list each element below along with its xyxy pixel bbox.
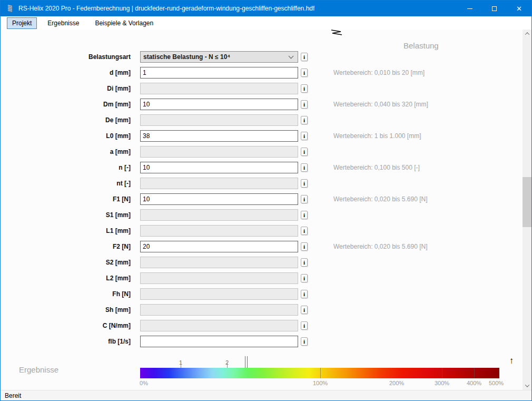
input-n[interactable]	[140, 162, 298, 173]
tab-ergebnisse[interactable]: Ergebnisse	[42, 17, 84, 29]
gauge-label-200: 200%	[389, 380, 404, 386]
info-icon[interactable]: i	[301, 211, 308, 219]
input-l1	[140, 225, 298, 237]
minimize-icon	[467, 8, 472, 9]
hint-dm: Wertebereich: 0,040 bis 320 [mm]	[333, 99, 428, 110]
info-glyph: i	[303, 101, 305, 107]
tab-projekt[interactable]: Projekt	[7, 17, 37, 29]
info-icon[interactable]: i	[301, 116, 308, 124]
hint-d: Wertebereich: 0,010 bis 20 [mm]	[333, 67, 425, 79]
maximize-button[interactable]	[482, 1, 507, 16]
info-glyph: i	[303, 117, 305, 123]
input-de	[140, 114, 298, 126]
spring-diagram-partial-icon	[331, 30, 342, 35]
input-sh	[140, 304, 298, 316]
info-glyph: i	[303, 259, 305, 266]
info-icon[interactable]: i	[301, 274, 308, 282]
info-icon[interactable]: i	[301, 290, 308, 298]
input-dm[interactable]	[140, 99, 298, 110]
field-label-dm: Dm [mm]	[1, 99, 131, 110]
input-c	[140, 320, 298, 331]
info-icon[interactable]: i	[301, 163, 308, 172]
gauge-label-400: 400%	[467, 380, 481, 386]
stress-utilization-gauge	[140, 368, 499, 378]
info-glyph: i	[303, 164, 305, 171]
scrollbar-down-button[interactable]	[523, 382, 531, 389]
input-s2	[140, 257, 298, 268]
info-icon[interactable]: i	[301, 195, 308, 203]
field-label-sh: Sh [mm]	[1, 304, 131, 316]
info-icon[interactable]: i	[301, 53, 308, 61]
info-glyph: i	[303, 291, 305, 297]
tab-beispiele-vorlagen[interactable]: Beispiele & Vorlagen	[90, 17, 159, 29]
field-label-l0: L0 [mm]	[1, 130, 131, 142]
scrollbar-up-button[interactable]	[523, 30, 531, 37]
status-text: Bereit	[5, 392, 21, 399]
info-icon[interactable]: i	[301, 179, 308, 188]
input-l0[interactable]	[140, 130, 298, 142]
info-icon[interactable]: i	[301, 132, 308, 140]
window-title: RS-Helix 2020 Pro - Federnberechnung | d…	[18, 5, 314, 12]
info-icon[interactable]: i	[301, 258, 308, 267]
scroll-to-top-button[interactable]: ↑	[505, 355, 518, 367]
input-nt	[140, 178, 298, 189]
field-label-flb: flb [1/s]	[1, 336, 131, 347]
gauge-tick-200	[397, 368, 397, 378]
scrollbar-thumb[interactable]	[523, 177, 531, 227]
belastungsart-label: Belastungsart	[1, 51, 131, 63]
title-bar: RS-Helix 2020 Pro - Federnberechnung | d…	[1, 1, 531, 16]
input-a	[140, 146, 298, 158]
field-label-f2: F2 [N]	[1, 241, 131, 252]
input-l2	[140, 272, 298, 284]
info-glyph: i	[303, 133, 305, 139]
belastungsart-select[interactable]: statische Belastung - N ≤ 10⁴	[140, 51, 298, 63]
hint-f2: Wertebereich: 0,020 bis 5.690 [N]	[333, 241, 428, 252]
info-icon[interactable]: i	[301, 321, 308, 330]
hint-n: Wertebereich: 0,100 bis 500 [-]	[333, 162, 420, 173]
minimize-button[interactable]	[457, 1, 482, 16]
belastung-heading: Belastung	[403, 41, 439, 50]
field-label-a: a [mm]	[1, 146, 131, 158]
input-f1[interactable]	[140, 193, 298, 205]
input-flb[interactable]	[140, 336, 298, 347]
close-button[interactable]: ✕	[507, 1, 531, 16]
info-glyph: i	[303, 212, 305, 218]
input-fh	[140, 288, 298, 300]
field-label-l1: L1 [mm]	[1, 225, 131, 237]
info-icon[interactable]: i	[301, 337, 308, 346]
field-label-d: d [mm]	[1, 67, 131, 79]
info-icon[interactable]: i	[301, 69, 308, 77]
field-label-f1: F1 [N]	[1, 193, 131, 205]
info-icon[interactable]: i	[301, 242, 308, 251]
field-label-s2: S2 [mm]	[1, 257, 131, 268]
gauge-label-0: 0%	[140, 380, 148, 386]
gauge-label-300: 300%	[435, 380, 449, 386]
belastungsart-value: statische Belastung - N ≤ 10⁴	[143, 53, 230, 61]
gauge-label-500: 500%	[489, 380, 504, 386]
chevron-down-icon	[525, 383, 529, 387]
input-d[interactable]	[140, 67, 298, 79]
project-form-area: Belastung Belastungsart statische Belast…	[1, 30, 531, 390]
field-label-de: De [mm]	[1, 114, 131, 126]
tab-bar: Projekt Ergebnisse Beispiele & Vorlagen	[1, 16, 531, 30]
info-glyph: i	[303, 322, 305, 329]
vertical-scrollbar[interactable]	[523, 30, 531, 390]
info-icon[interactable]: i	[301, 100, 308, 109]
input-f2[interactable]	[140, 241, 298, 252]
field-label-l2: L2 [mm]	[1, 272, 131, 284]
info-glyph: i	[303, 70, 305, 76]
info-icon[interactable]: i	[301, 84, 308, 93]
status-bar: Bereit	[1, 390, 531, 400]
chevron-down-icon	[289, 54, 294, 59]
field-label-s1: S1 [mm]	[1, 209, 131, 221]
info-icon[interactable]: i	[301, 306, 308, 314]
info-glyph: i	[303, 196, 305, 202]
info-icon[interactable]: i	[301, 227, 308, 235]
info-glyph: i	[303, 275, 305, 281]
maximize-icon	[492, 6, 497, 11]
input-di	[140, 83, 298, 94]
spring-app-icon	[6, 4, 14, 13]
info-icon[interactable]: i	[301, 148, 308, 156]
field-label-fh: Fh [N]	[1, 288, 131, 300]
info-glyph: i	[303, 243, 305, 250]
